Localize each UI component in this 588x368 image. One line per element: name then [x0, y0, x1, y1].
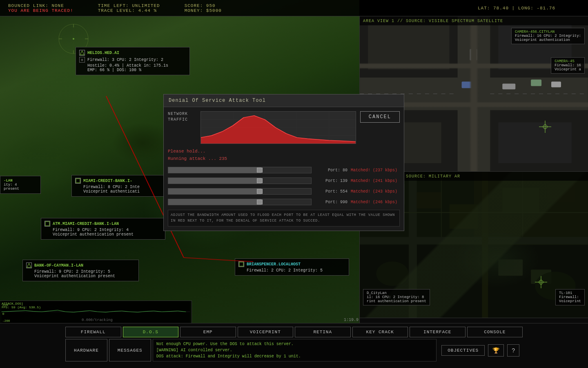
hardware-button[interactable]: Hardware	[65, 339, 107, 361]
atm-miami-title: ATM.Miami-Credit-Bank.I-Lan	[53, 222, 119, 226]
av2-node2-title: TL-101	[559, 291, 581, 295]
helios-title: Helios.Hed.AI	[87, 51, 119, 55]
port-80-label: Port: 80	[315, 168, 347, 173]
bottom-second-row: Hardware Messages Not enough CPU power. …	[0, 339, 588, 361]
svg-point-34	[472, 76, 476, 79]
svg-rect-29	[470, 49, 477, 61]
atm-miami-voice: Voiceprint authentication present	[45, 232, 162, 237]
camera-456-info[interactable]: Camera-456.CityLan Firewall: 16 CPU: 2 I…	[511, 28, 585, 44]
map-time: 1:19.9	[344, 318, 359, 322]
camera-456-title: Camera-456.CityLan	[515, 30, 581, 34]
interface-button[interactable]: Interface	[410, 327, 466, 337]
svg-rect-47	[417, 192, 441, 209]
port-row-80: Port: 80 Matched! (237 kbps)	[168, 166, 400, 175]
miami-credit-title: Miami-Credit-Bank.I-	[83, 179, 132, 183]
port-554-match: Matched! (243 kbps)	[351, 189, 400, 194]
atm-miami-firewall: Firewall: 9 CPU: 2 Integrity: 4	[45, 228, 162, 232]
dos-button[interactable]: D.O.S	[123, 327, 179, 337]
firewall-button[interactable]: Firewall	[65, 327, 121, 337]
port-554-label: Port: 554	[315, 189, 347, 194]
brianspencer-firewall: Firewall: 2 CPU: 2 Integrity: 5	[238, 268, 345, 273]
bounced-link-section: Bounced Link: None You are being traced!	[8, 3, 74, 13]
voiceprint-button[interactable]: Voiceprint	[238, 327, 294, 337]
port-990-slider[interactable]	[168, 199, 312, 205]
svg-rect-30	[462, 82, 473, 88]
camera-45-title: Camera-45	[555, 59, 581, 63]
port-139-label: Port: 139	[315, 179, 347, 183]
port-80-match: Matched! (237 kbps)	[351, 168, 400, 173]
crosshair-1	[539, 121, 551, 133]
cancel-button[interactable]: Cancel	[360, 111, 400, 123]
port-80-slider[interactable]	[168, 167, 312, 173]
svg-text:0: 0	[2, 312, 4, 316]
svg-rect-41	[474, 172, 588, 245]
helios-node[interactable]: Helios.Hed.AI ⊞ Firewall: 3 CPU: 2 Integ…	[76, 47, 190, 75]
port-554-slider[interactable]	[168, 188, 312, 195]
port-139-match: Matched! (241 kbps)	[351, 179, 400, 183]
miami-credit-voice: Voiceprint authenticati	[75, 189, 164, 194]
area-view-1-header: Area View 1 // Source: Visible Spectrum …	[360, 16, 588, 25]
messages-button[interactable]: Messages	[109, 339, 151, 361]
port-990-match: Matched! (246 kbps)	[351, 200, 400, 204]
trace-level-label: Trace Level: 4.44 %	[98, 8, 160, 13]
console-button[interactable]: Console	[467, 327, 523, 337]
bank-cayman-title: Bank-of-Cayman.I-Lan	[34, 263, 83, 268]
svg-rect-19	[458, 16, 490, 171]
traffic-label: NetworkTraffic	[168, 111, 196, 123]
left-partial-node[interactable]: -LAN ity: 4 present	[0, 176, 41, 194]
graph-label-2: FPS: 59 (Avg: 530.5)	[2, 305, 41, 309]
coords-section: Lat: 78.40 | Long: -81.76	[478, 6, 555, 11]
atm-miami-node[interactable]: ATM.Miami-Credit-Bank.I-Lan Firewall: 9 …	[41, 218, 165, 240]
av2-node1-auth: rint authentication present	[367, 299, 426, 303]
key-crack-button[interactable]: Key Crack	[352, 327, 408, 337]
port-row-554: Port: 554 Matched! (243 kbps)	[168, 187, 400, 196]
svg-rect-42	[360, 245, 588, 318]
svg-point-35	[472, 108, 476, 112]
camera-45-info[interactable]: Camera-45 Firewall: 16 Voiceprint a	[551, 57, 585, 74]
status-msg-2: Running attack ... 235	[168, 155, 400, 163]
miami-credit-node[interactable]: Miami-Credit-Bank.I- Firewall: 8 CPU: 2 …	[71, 175, 167, 197]
log-msg-3: DOS attack: Firewall and Integrity will …	[156, 353, 433, 359]
av2-node1[interactable]: D_CityLan il: 16 CPU: 2 Integrity: 8 rin…	[363, 289, 430, 305]
svg-rect-45	[482, 172, 488, 318]
traffic-chart	[200, 111, 356, 144]
lat-lon-label: Lat: 78.40 | Long: -81.76	[478, 6, 555, 11]
svg-point-56	[376, 261, 409, 286]
dos-dialog-title: Denial Of Service attack tool	[164, 94, 404, 107]
camera-456-voice: Voiceprint authentication	[515, 38, 581, 42]
mini-graph-labels: ATTACK_DOS] FPS: 59 (Avg: 530.5)	[2, 302, 41, 309]
dos-instructions: Adjust the bandwidth amount used to floo…	[168, 210, 400, 227]
dos-dialog: Denial Of Service attack tool NetworkTra…	[163, 94, 404, 231]
helios-hostile: Hostile: 0.4% | Attack in: 175.1s	[79, 63, 186, 68]
svg-rect-54	[498, 259, 523, 276]
svg-point-10	[73, 38, 74, 40]
port-row-139: Port: 139 Matched! (241 kbps)	[168, 176, 400, 185]
trophy-icon-button[interactable]: 🏆	[488, 344, 504, 357]
tool-buttons-row: Firewall D.O.S EMP Voiceprint Retina Key…	[0, 323, 588, 339]
status-msg-1: Please hold...	[168, 148, 400, 155]
area-view-1-title: Area View 1 // Source: Visible Spectrum …	[363, 19, 503, 23]
objectives-button[interactable]: Objectives	[441, 345, 485, 356]
av2-node2-voice: Voiceprint	[559, 299, 581, 303]
svg-rect-32	[531, 80, 541, 86]
brianspencer-node[interactable]: Brianspencer.Localhost Firewall: 2 CPU: …	[235, 258, 349, 276]
bottom-toolbar: Firewall D.O.S EMP Voiceprint Retina Key…	[0, 323, 588, 368]
retina-button[interactable]: Retina	[295, 327, 351, 337]
svg-rect-12	[76, 179, 80, 183]
bank-cayman-voice: Voiceprint authentication present	[26, 274, 135, 278]
svg-rect-25	[368, 25, 449, 70]
graph-label-1: ATTACK_DOS]	[2, 302, 41, 305]
score-section: Score: 950 Money: $5000	[185, 3, 222, 13]
helios-empdos: EMP: 66 % | DOS: 100 %	[79, 68, 186, 72]
svg-rect-13	[45, 222, 49, 226]
emp-button[interactable]: EMP	[180, 327, 236, 337]
svg-rect-50	[547, 184, 576, 202]
traffic-section: NetworkTraffic Canc	[168, 111, 400, 144]
score-label: Score: 950	[185, 3, 222, 8]
av2-node2[interactable]: TL-101 Firewall: Voiceprint	[555, 289, 585, 305]
log-area: Not enough CPU power. Use the DOS to att…	[153, 339, 437, 361]
port-139-slider[interactable]	[168, 177, 312, 184]
bank-cayman-node[interactable]: Bank-of-Cayman.I-Lan Firewall: 9 CPU: 2 …	[22, 260, 139, 281]
log-msg-2: [WARNING] AI controlled server.	[156, 347, 433, 353]
help-icon-button[interactable]: ?	[507, 344, 519, 357]
